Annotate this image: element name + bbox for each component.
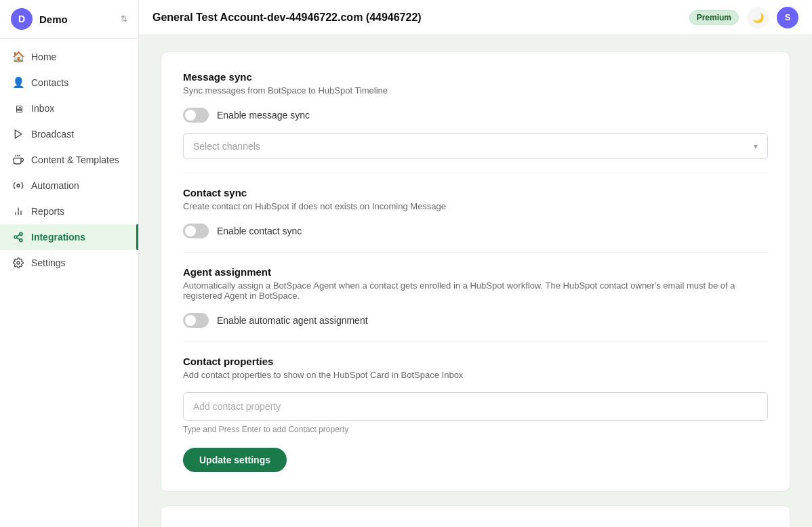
sidebar-item-label: Contacts [31,77,68,88]
sidebar-item-home[interactable]: 🏠 Home [0,44,138,70]
sidebar-item-content-templates[interactable]: Content & Templates [0,147,138,173]
settings-card: Message sync Sync messages from BotSpace… [161,51,790,492]
agent-assignment-toggle-label: Enable automatic agent assignment [217,315,368,326]
contact-sync-toggle-label: Enable contact sync [217,226,302,236]
add-property-input[interactable] [183,392,768,421]
content-templates-icon [12,154,24,166]
message-sync-toggle-row: Enable message sync [183,108,768,123]
broadcast-icon [12,128,24,140]
topbar: General Test Account-dev-44946722.com (4… [139,0,812,35]
contact-properties-desc: Add contact properties to show on the Hu… [183,370,768,380]
sidebar: D Demo ⇅ 🏠 Home 👤 Contacts 🖥 Inbox Broad… [0,0,139,527]
agent-assignment-title: Agent assignment [183,266,768,278]
sidebar-avatar: D [11,8,33,30]
message-sync-section: Message sync Sync messages from BotSpace… [183,71,768,159]
svg-marker-0 [15,130,21,138]
dark-mode-button[interactable]: 🌙 [747,7,769,28]
sidebar-item-label: Inbox [31,103,54,114]
select-channels-placeholder: Select channels [193,141,260,152]
svg-point-8 [20,232,22,235]
home-icon: 🏠 [12,51,24,63]
agent-assignment-toggle[interactable] [183,313,209,328]
sidebar-item-integrations[interactable]: Integrations [0,224,138,250]
section-divider-3 [183,341,768,342]
main-area: General Test Account-dev-44946722.com (4… [139,0,812,527]
message-sync-toggle[interactable] [183,108,209,123]
content-area: Message sync Sync messages from BotSpace… [139,35,812,527]
sidebar-item-label: Integrations [31,232,85,243]
delete-integration-card: Delete integration Permanently delete Ge… [161,505,790,527]
svg-point-4 [17,184,20,187]
chevron-icon: ⇅ [121,14,127,24]
update-settings-button[interactable]: Update settings [183,448,287,472]
svg-line-12 [17,234,20,236]
sidebar-item-contacts[interactable]: 👤 Contacts [0,70,138,96]
sidebar-item-reports[interactable]: Reports [0,198,138,224]
reports-icon [12,205,24,217]
sidebar-item-automation[interactable]: Automation [0,173,138,198]
sidebar-brand-label: Demo [39,14,68,25]
contact-properties-title: Contact properties [183,356,768,367]
sidebar-item-label: Broadcast [31,129,74,140]
svg-point-9 [14,236,17,238]
contact-sync-section: Contact sync Create contact on HubSpot i… [183,187,768,238]
settings-icon [12,257,24,269]
svg-point-13 [17,261,20,264]
contact-properties-section: Contact properties Add contact propertie… [183,356,768,472]
sidebar-item-settings[interactable]: Settings [0,250,138,276]
message-sync-desc: Sync messages from BotSpace to HubSpot T… [183,85,768,96]
sidebar-item-label: Content & Templates [31,154,119,165]
sidebar-item-label: Settings [31,257,66,268]
dropdown-arrow-icon: ▾ [754,142,758,151]
agent-assignment-section: Agent assignment Automatically assign a … [183,266,768,328]
sidebar-nav: 🏠 Home 👤 Contacts 🖥 Inbox Broadcast Cont… [0,39,138,527]
agent-assignment-toggle-row: Enable automatic agent assignment [183,313,768,328]
integrations-icon [12,231,24,243]
message-sync-title: Message sync [183,71,768,83]
contacts-icon: 👤 [12,77,24,89]
contact-sync-title: Contact sync [183,187,768,198]
sidebar-item-label: Home [31,51,56,62]
sidebar-item-label: Reports [31,206,64,217]
premium-badge: Premium [689,10,739,25]
automation-icon [12,180,24,192]
sidebar-item-broadcast[interactable]: Broadcast [0,121,138,147]
message-sync-toggle-label: Enable message sync [217,110,310,121]
agent-assignment-desc: Automatically assign a BotSpace Agent wh… [183,280,768,301]
svg-point-10 [20,239,22,242]
contact-sync-desc: Create contact on HubSpot if does not ex… [183,201,768,211]
sidebar-header[interactable]: D Demo ⇅ [0,0,138,39]
svg-line-11 [17,238,20,240]
contact-sync-toggle-row: Enable contact sync [183,224,768,238]
user-avatar[interactable]: S [777,7,798,28]
contact-sync-toggle[interactable] [183,224,209,238]
select-channels-dropdown[interactable]: Select channels ▾ [183,133,768,159]
inbox-icon: 🖥 [12,102,24,114]
section-divider-1 [183,173,768,173]
add-property-hint: Type and Press Enter to add Contact prop… [183,425,768,434]
section-divider-2 [183,252,768,253]
sidebar-item-label: Automation [31,180,79,191]
page-title: General Test Account-dev-44946722.com (4… [153,12,681,24]
sidebar-item-inbox[interactable]: 🖥 Inbox [0,96,138,121]
